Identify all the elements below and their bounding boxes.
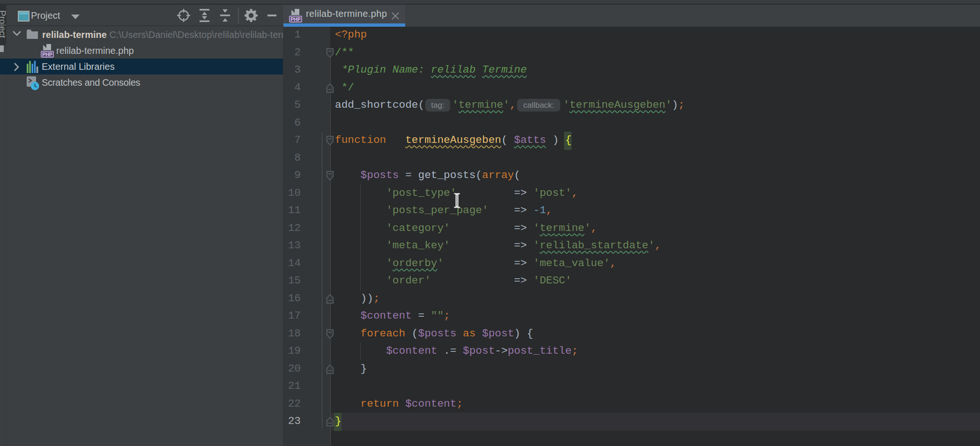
svg-text:PHP: PHP — [42, 52, 52, 57]
svg-text:PHP: PHP — [290, 16, 301, 22]
